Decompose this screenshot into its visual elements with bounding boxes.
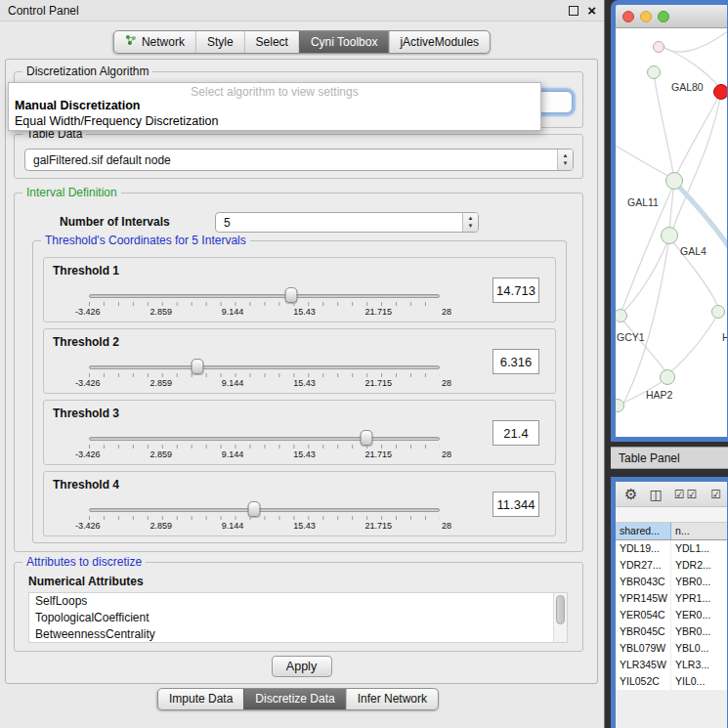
tab-jactivemodules[interactable]: jActiveModules — [388, 31, 490, 53]
stepper-arrows-icon[interactable]: ▲ ▼ — [462, 213, 478, 232]
network-node[interactable] — [711, 305, 725, 319]
scrollbar-thumb[interactable] — [556, 595, 565, 624]
threshold-slider[interactable]: -3.4262.8599.14415.4321.71528 — [89, 430, 440, 461]
slider-ticks — [89, 516, 440, 520]
tab-label: Cyni Toolbox — [311, 35, 377, 49]
table-row[interactable]: YBR043CYBR0... — [616, 574, 727, 590]
threshold-value-field[interactable]: 21.4 — [492, 420, 539, 446]
table-data-combobox[interactable]: galFiltered.sif default node ▲ ▼ — [24, 149, 574, 171]
threshold-value-field[interactable]: 14.713 — [492, 278, 539, 303]
threshold-box: Threshold 1 -3.4262.8599.14415.4321.7152… — [43, 257, 556, 322]
table-cell: YPR145W — [616, 590, 671, 607]
table-cell: YLR345W — [616, 657, 671, 673]
slider-ticks — [89, 373, 440, 377]
tab-infer-network[interactable]: Infer Network — [346, 689, 438, 709]
slider-thumb[interactable] — [360, 430, 372, 446]
list-item[interactable]: BetweennessCentrality — [29, 626, 567, 643]
stepper-arrows-icon[interactable]: ▲ ▼ — [557, 150, 573, 170]
tick-label: 21.715 — [365, 521, 393, 531]
threshold-slider[interactable]: -3.4262.8599.14415.4321.71528 — [89, 287, 440, 319]
tick-label: 9.144 — [222, 521, 244, 531]
threshold-value-field[interactable]: 6.316 — [492, 349, 539, 374]
numerical-attributes-list[interactable]: SelfLoopsTopologicalCoefficientBetweenne… — [28, 592, 568, 643]
control-panel-tabs: Network Style Select Cyni Toolbox jActiv… — [113, 30, 491, 54]
checkbox-icon[interactable]: ☑ — [710, 488, 723, 501]
slider-track[interactable] — [89, 294, 440, 298]
scrollbar[interactable] — [553, 593, 567, 642]
float-window-button[interactable] — [569, 6, 578, 16]
columns-icon[interactable]: ◫ — [649, 487, 662, 502]
network-node[interactable] — [647, 65, 661, 79]
dropdown-option[interactable]: Equal Width/Frequency Discretization — [9, 113, 540, 129]
threshold-slider[interactable]: -3.4262.8599.14415.4321.71528 — [89, 359, 440, 390]
tab-select[interactable]: Select — [244, 31, 299, 53]
number-of-intervals-combobox[interactable]: 5 ▲ ▼ — [215, 212, 479, 233]
table-row[interactable]: YER054CYER0... — [616, 607, 727, 623]
tick-label: 2.859 — [150, 521, 172, 531]
table-row[interactable]: YBR045CYBR0... — [616, 623, 727, 640]
network-node[interactable] — [653, 41, 664, 53]
close-window-button[interactable]: × — [587, 3, 596, 18]
list-item[interactable]: SelfLoops — [29, 593, 567, 610]
network-canvas[interactable]: GAL80GAL11GAL4GCY1HAP2H — [616, 28, 727, 413]
table-row[interactable]: YDL19...YDL1... — [616, 540, 727, 557]
group-title: Attributes to discretize — [22, 555, 146, 569]
network-icon — [125, 34, 137, 49]
desktop: Control Panel × Network — [0, 0, 728, 728]
table-row[interactable]: YBL079WYBL0... — [616, 640, 727, 657]
tick-label: 15.43 — [293, 378, 316, 388]
node-label: HAP2 — [646, 389, 672, 401]
threshold-slider[interactable]: -3.4262.8599.14415.4321.71528 — [89, 501, 440, 533]
control-panel-titlebar: Control Panel × — [0, 0, 604, 21]
mac-close-button[interactable] — [622, 11, 634, 22]
select-attributes-checkbox-icon[interactable]: ☑☑ — [674, 488, 700, 501]
table-data-group: Table Data galFiltered.sif default node … — [14, 134, 583, 179]
apply-button[interactable]: Apply — [272, 656, 332, 677]
threshold-value-field[interactable]: 11.344 — [492, 492, 539, 517]
list-item[interactable]: TopologicalCoefficient — [29, 610, 567, 626]
tab-label: Network — [142, 35, 185, 49]
tab-cyni-toolbox[interactable]: Cyni Toolbox — [299, 31, 388, 53]
network-node[interactable] — [665, 172, 683, 190]
table-cell: YBR0... — [671, 574, 714, 590]
table-cell: YER054C — [616, 607, 671, 623]
column-header-shared-name[interactable]: shared... — [616, 523, 671, 539]
combobox-value: 5 — [216, 216, 462, 230]
tab-discretize-data[interactable]: Discretize Data — [243, 689, 345, 709]
mac-minimize-button[interactable] — [640, 11, 652, 22]
tick-label: 15.43 — [293, 521, 316, 531]
table-row[interactable]: YDR27...YDR2... — [616, 557, 727, 574]
network-node[interactable] — [713, 84, 727, 100]
stepper-down-icon: ▼ — [468, 223, 474, 230]
tab-impute-data[interactable]: Impute Data — [158, 689, 243, 709]
slider-thumb[interactable] — [247, 501, 260, 517]
table-row[interactable]: YPR145WYPR1... — [616, 590, 727, 607]
slider-track[interactable] — [89, 365, 440, 369]
slider-thumb[interactable] — [192, 359, 204, 374]
table-toolbar-gap — [616, 507, 727, 523]
dropdown-option[interactable]: Manual Discretization — [9, 98, 540, 113]
tick-label: 28 — [442, 450, 451, 459]
table-cell: YBR045C — [616, 623, 671, 640]
table-row[interactable]: YIL052CYIL0... — [616, 673, 727, 690]
threshold-box: Threshold 3 -3.4262.8599.14415.4321.7152… — [43, 400, 556, 465]
gear-icon[interactable]: ⚙ — [624, 486, 637, 503]
tick-label: -3.426 — [75, 378, 101, 388]
slider-track[interactable] — [89, 508, 440, 512]
network-node[interactable] — [661, 227, 678, 244]
slider-tick-labels: -3.4262.8599.14415.4321.71528 — [75, 521, 451, 531]
network-node[interactable] — [660, 369, 675, 385]
table-cell: YER0... — [671, 607, 714, 623]
mac-zoom-button[interactable] — [658, 11, 669, 22]
tick-label: 15.43 — [293, 450, 316, 459]
group-title: Discretization Algorithm — [22, 64, 152, 78]
tab-label: Discretize Data — [255, 692, 334, 706]
slider-track[interactable] — [89, 437, 440, 441]
table-row[interactable]: YLR345WYLR3... — [616, 657, 727, 673]
network-window-titlebar — [616, 5, 727, 28]
tab-network[interactable]: Network — [114, 31, 195, 53]
tab-style[interactable]: Style — [195, 31, 244, 53]
column-header-name[interactable]: n... — [671, 523, 727, 539]
table-cell: YPR1... — [671, 590, 714, 607]
slider-thumb[interactable] — [285, 287, 298, 303]
